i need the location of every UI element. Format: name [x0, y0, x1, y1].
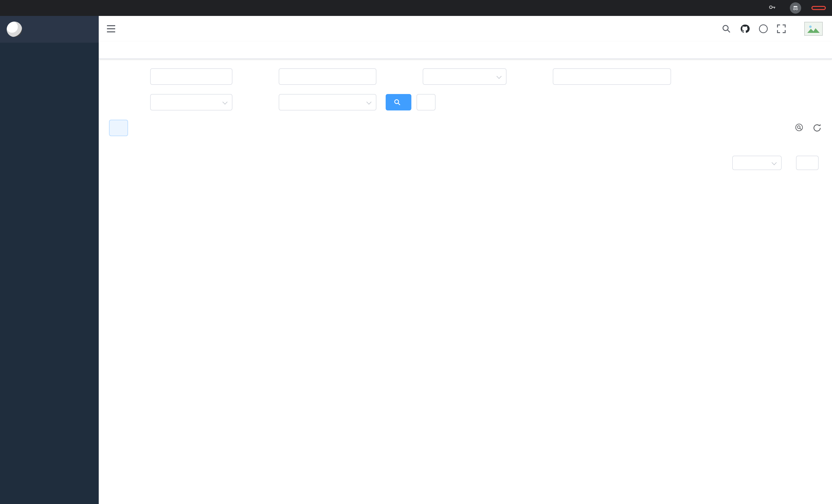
- search-button[interactable]: [386, 94, 411, 110]
- main-area: [99, 16, 832, 504]
- sidebar: [0, 16, 99, 504]
- goto-page: [793, 156, 822, 170]
- refresh-table-icon[interactable]: [812, 123, 822, 133]
- parent-process-input[interactable]: [279, 68, 376, 85]
- navbar-actions: [722, 22, 824, 36]
- goto-page-input[interactable]: [796, 156, 818, 170]
- page-size-input[interactable]: [732, 156, 782, 170]
- fullscreen-icon[interactable]: [777, 24, 786, 33]
- top-navbar: [99, 16, 832, 41]
- help-icon[interactable]: [759, 24, 768, 33]
- filter-row-1: [109, 68, 822, 85]
- filter-row-2: [109, 94, 822, 110]
- content: [99, 59, 832, 504]
- tags-view-bar: [99, 41, 832, 59]
- avatar-image: [804, 22, 823, 36]
- status-select-input[interactable]: [150, 94, 232, 110]
- logo-avatar: [7, 22, 22, 37]
- browser-toolbar: [0, 0, 832, 16]
- result-select-input[interactable]: [279, 94, 376, 110]
- user-avatar[interactable]: [804, 22, 824, 36]
- start-process-button[interactable]: [109, 120, 128, 136]
- incognito-icon: [790, 2, 801, 13]
- table-toolbar: [109, 120, 822, 136]
- hamburger-icon[interactable]: [106, 25, 116, 33]
- submit-time-range[interactable]: [553, 68, 671, 85]
- search-icon[interactable]: [722, 24, 731, 33]
- toggle-search-icon[interactable]: [795, 123, 804, 133]
- page-size-select[interactable]: [732, 156, 782, 170]
- incognito-badge: [790, 2, 805, 13]
- pagination: [109, 156, 822, 170]
- password-key-icon[interactable]: [768, 3, 777, 13]
- parent-process-group: [279, 68, 376, 85]
- page: [0, 0, 832, 504]
- result-select[interactable]: [279, 94, 376, 110]
- category-select-input[interactable]: [423, 68, 506, 85]
- status-select[interactable]: [150, 94, 232, 110]
- process-name-group: [150, 68, 232, 85]
- reset-button[interactable]: [417, 94, 436, 110]
- update-button[interactable]: [811, 6, 826, 10]
- start-date-input[interactable]: [562, 73, 601, 81]
- app-logo[interactable]: [0, 16, 99, 43]
- github-icon[interactable]: [740, 24, 750, 34]
- table-mini-tools: [795, 123, 822, 133]
- process-name-input[interactable]: [150, 68, 232, 85]
- category-select[interactable]: [423, 68, 506, 85]
- end-date-input[interactable]: [607, 73, 646, 81]
- browser-actions: [768, 2, 826, 13]
